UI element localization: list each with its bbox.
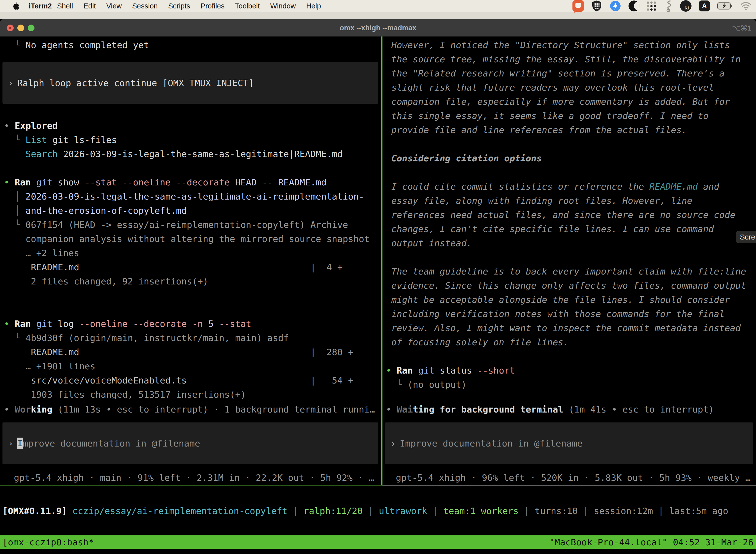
terminal-line: … +1901 lines bbox=[4, 359, 380, 373]
lightning-badge-icon[interactable] bbox=[610, 0, 621, 12]
iterm-window: omx --xhigh --madmax ⌥⌘1 └ No agents com… bbox=[0, 19, 756, 554]
window-shortcut-badge: ⌥⌘1 bbox=[732, 19, 752, 37]
text-cursor: I bbox=[17, 438, 23, 449]
terminal-line: • Ran git show --stat --oneline --decora… bbox=[4, 175, 380, 189]
right-bottom-cluster: • Waiting for background terminal (1m 41… bbox=[386, 402, 755, 485]
terminal-line: • Ran git log --oneline --decorate -n 5 … bbox=[4, 317, 380, 331]
counter-badge-icon[interactable]: ..61 bbox=[680, 0, 692, 12]
shield-grid-icon[interactable] bbox=[591, 0, 602, 12]
terminal-line: companion analysis without altering the … bbox=[4, 232, 380, 246]
terminal-line: … +2 lines bbox=[4, 246, 380, 260]
left-bottom-cluster: • Working (11m 13s • esc to interrupt) ·… bbox=[4, 402, 380, 485]
terminal-line: references need actual files, and since … bbox=[386, 208, 755, 222]
terminal-line: Considering citation options bbox=[386, 151, 755, 165]
menu-items: ShellEditViewSessionScriptsProfilesToolb… bbox=[52, 2, 326, 10]
left-transcript: • Explored └ List git ls-files Search 20… bbox=[4, 119, 380, 402]
terminal-line: • Waiting for background terminal (1m 41… bbox=[386, 402, 755, 417]
terminal-line: Search 2026-03-09-is-legal-the-same-as-l… bbox=[4, 147, 380, 161]
dots-grid-icon[interactable] bbox=[647, 1, 657, 11]
terminal-line: provide file and line references from th… bbox=[386, 123, 755, 137]
menu-item-view[interactable]: View bbox=[101, 2, 127, 10]
terminal-line: • Ran git status --short bbox=[386, 364, 755, 378]
terminal-line: │ 2026-03-09-is-legal-the-same-as-legiti… bbox=[4, 189, 380, 204]
terminal-line: └ 4b9d30f (origin/main, instructkr/main,… bbox=[4, 331, 380, 345]
menu-item-shell[interactable]: Shell bbox=[52, 2, 78, 10]
pane-left: └ No agents completed yet ›Ralph loop ac… bbox=[0, 37, 381, 485]
terminal-line: └ No agents completed yet bbox=[4, 38, 380, 52]
tmux-session-label: [omx-cczip0:bash* bbox=[2, 537, 94, 547]
left-initial-input-box[interactable]: ›Ralph loop active continue [OMX_TMUX_IN… bbox=[2, 62, 378, 104]
prompt-chevron: › bbox=[8, 438, 13, 448]
menu-item-window[interactable]: Window bbox=[265, 2, 301, 10]
menu-app-name[interactable]: iTerm2 bbox=[29, 2, 52, 10]
right-input-box[interactable]: ›Improve documentation in @filename bbox=[385, 423, 753, 464]
terminal-line bbox=[386, 349, 755, 364]
chat-app-icon[interactable] bbox=[572, 0, 584, 12]
terminal-line: src/voice/voiceModeEnabled.ts | 54 + bbox=[4, 373, 380, 387]
terminal-line: the "Related research writing" section i… bbox=[386, 66, 755, 80]
terminal-line: essay file, along with finding root file… bbox=[386, 193, 755, 208]
menu-item-session[interactable]: Session bbox=[127, 2, 163, 10]
left-input-box[interactable]: ›Improve documentation in @filename bbox=[2, 423, 378, 464]
terminal-line bbox=[386, 165, 755, 179]
terminal-line bbox=[4, 161, 380, 175]
terminal-line: • Explored bbox=[4, 119, 380, 133]
battery-icon[interactable] bbox=[717, 2, 733, 10]
window-title-bar[interactable]: omx --xhigh --madmax ⌥⌘1 bbox=[0, 19, 756, 37]
terminal-line: └ 067f154 (HEAD -> essay/ai-reimplementa… bbox=[4, 218, 380, 232]
input-placeholder: Improve documentation in @filename bbox=[400, 438, 583, 448]
terminal-line: slight risk that future readers may over… bbox=[386, 80, 755, 95]
terminal-line: │ and-the-erosion-of-copyleft.md bbox=[4, 204, 380, 218]
pane-right: However, I noticed the "Directory Struct… bbox=[382, 37, 756, 485]
prompt-chevron: › bbox=[390, 438, 396, 448]
terminal-line: changes, I can't cite specific file line… bbox=[386, 222, 755, 236]
crescent-circle-icon[interactable] bbox=[629, 0, 639, 11]
working-status-line: • Working (11m 13s • esc to interrupt) ·… bbox=[4, 402, 380, 417]
terminal-line: of focusing solely on file lines. bbox=[386, 335, 755, 349]
terminal-line: might be acceptable alongside the file l… bbox=[386, 293, 755, 307]
terminal-line: including verification notes with those … bbox=[386, 307, 755, 321]
tmux-host-clock: "MacBook-Pro-44.local" 04:52 31-Mar-26 bbox=[549, 537, 754, 547]
menu-item-help[interactable]: Help bbox=[301, 2, 326, 10]
waiting-status-line: • Waiting for background terminal (1m 41… bbox=[386, 402, 755, 417]
terminal-content: └ No agents completed yet ›Ralph loop ac… bbox=[0, 37, 756, 554]
tmux-status-bar: [omx-cczip0:bash* "MacBook-Pro-44.local"… bbox=[0, 535, 756, 549]
terminal-line: • Working (11m 13s • esc to interrupt) ·… bbox=[4, 402, 380, 417]
menu-item-toolbelt[interactable]: Toolbelt bbox=[230, 2, 265, 10]
omx-status-line: [OMX#0.11.9] cczip/essay/ai-reimplementa… bbox=[0, 504, 756, 518]
injected-command-text: Ralph loop active continue [OMX_TMUX_INJ… bbox=[17, 78, 254, 88]
terminal-line: I could cite commit statistics or refere… bbox=[386, 179, 755, 193]
left-agent-summary: └ No agents completed yet bbox=[4, 38, 380, 52]
letter-a-icon[interactable]: A bbox=[699, 0, 710, 11]
prompt-chevron: › bbox=[8, 78, 13, 88]
apple-menu-icon[interactable] bbox=[13, 2, 19, 10]
terminal-line bbox=[4, 288, 380, 302]
terminal-line: review. Also, I might want to inspect th… bbox=[386, 321, 755, 335]
menu-bar: iTerm2 ShellEditViewSessionScriptsProfil… bbox=[0, 0, 756, 12]
wifi-icon[interactable] bbox=[740, 1, 752, 10]
terminal-line: [OMX#0.11.9] cczip/essay/ai-reimplementa… bbox=[2, 504, 756, 518]
terminal-line: └ (no output) bbox=[386, 378, 755, 392]
terminal-line: evidence. Since this change only affects… bbox=[386, 278, 755, 293]
squiggle-icon[interactable] bbox=[664, 0, 673, 12]
right-model-status: gpt-5.4 xhigh · 96% left · 520K in · 5.8… bbox=[386, 470, 755, 485]
desktop-background-strip bbox=[0, 12, 756, 19]
terminal-line: companion file, especially if more comme… bbox=[386, 95, 755, 109]
active-pane-border bbox=[0, 485, 382, 486]
screen-tooltip: Scre bbox=[736, 231, 756, 243]
terminal-line: README.md | 280 + bbox=[4, 345, 380, 359]
inactive-pane-border bbox=[382, 485, 756, 486]
menu-item-profiles[interactable]: Profiles bbox=[195, 2, 230, 10]
terminal-line: README.md | 4 + bbox=[4, 260, 380, 274]
left-model-status: gpt-5.4 xhigh · main · 91% left · 2.31M … bbox=[4, 470, 380, 485]
terminal-line: └ List git ls-files bbox=[4, 133, 380, 147]
menubar-status-icons: ..61 A bbox=[572, 0, 752, 12]
terminal-line: this single essay, it seems like a good … bbox=[386, 109, 755, 123]
menu-item-edit[interactable]: Edit bbox=[78, 2, 101, 10]
terminal-line: The team guideline is to back every impo… bbox=[386, 264, 755, 278]
panes-row: └ No agents completed yet ›Ralph loop ac… bbox=[0, 37, 756, 485]
input-placeholder: mprove documentation in @filename bbox=[23, 438, 200, 448]
right-transcript: However, I noticed the "Directory Struct… bbox=[386, 38, 755, 392]
menu-item-scripts[interactable]: Scripts bbox=[163, 2, 195, 10]
terminal-line bbox=[386, 137, 755, 151]
